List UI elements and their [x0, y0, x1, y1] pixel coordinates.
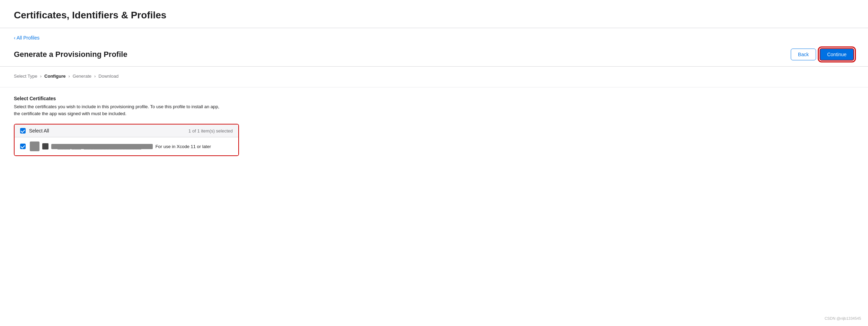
certificate-row: ████ ███ (██████████████████nt) For use … [15, 137, 238, 155]
select-certificates-title: Select Certificates [14, 96, 854, 101]
cert-icon-large [30, 141, 39, 151]
desc-line2: the certificate the app was signed with … [14, 111, 126, 116]
items-selected-count: 1 of 1 item(s) selected [188, 128, 233, 134]
certificate-row-checkbox[interactable] [20, 144, 26, 149]
step-download: Download [98, 74, 118, 79]
page-header: Certificates, Identifiers & Profiles [0, 0, 868, 28]
cert-row-label: ████ ███ (██████████████████nt) For use … [51, 144, 211, 149]
select-all-label: Select All [29, 128, 49, 134]
back-button[interactable]: Back [791, 49, 816, 60]
cert-name-redacted: ████ ███ (██████████████████nt) [51, 144, 153, 149]
steps-section: Select Type › Configure › Generate › Dow… [0, 67, 868, 87]
continue-button[interactable]: Continue [820, 48, 854, 61]
steps-row: Select Type › Configure › Generate › Dow… [14, 74, 854, 79]
table-header-row: Select All 1 of 1 item(s) selected [15, 125, 238, 137]
step-separator-3: › [94, 74, 96, 79]
desc-line1: Select the certificates you wish to incl… [14, 104, 219, 109]
step-select-type: Select Type [14, 74, 37, 79]
content-section: Select Certificates Select the certifica… [0, 87, 868, 164]
generate-profile-title: Generate a Provisioning Profile [14, 50, 127, 59]
select-certificates-desc: Select the certificates you wish to incl… [14, 103, 854, 117]
section-title-row: Generate a Provisioning Profile Back Con… [0, 44, 868, 67]
select-all-checkbox[interactable] [20, 128, 26, 134]
cert-icon-small [42, 143, 48, 149]
step-separator-2: › [68, 74, 70, 79]
action-buttons: Back Continue [791, 48, 854, 61]
cert-row-text: For use in Xcode 11 or later [156, 144, 211, 149]
step-generate: Generate [73, 74, 91, 79]
step-configure: Configure [44, 74, 65, 79]
all-profiles-link[interactable]: All Profiles [14, 35, 39, 41]
select-all-cell[interactable]: Select All [20, 128, 49, 134]
certificates-table: Select All 1 of 1 item(s) selected ████ … [14, 124, 239, 156]
page-title: Certificates, Identifiers & Profiles [14, 10, 854, 21]
breadcrumb-section: All Profiles [0, 28, 868, 44]
step-separator-1: › [40, 74, 42, 79]
cert-info: ████ ███ (██████████████████nt) For use … [30, 141, 233, 151]
